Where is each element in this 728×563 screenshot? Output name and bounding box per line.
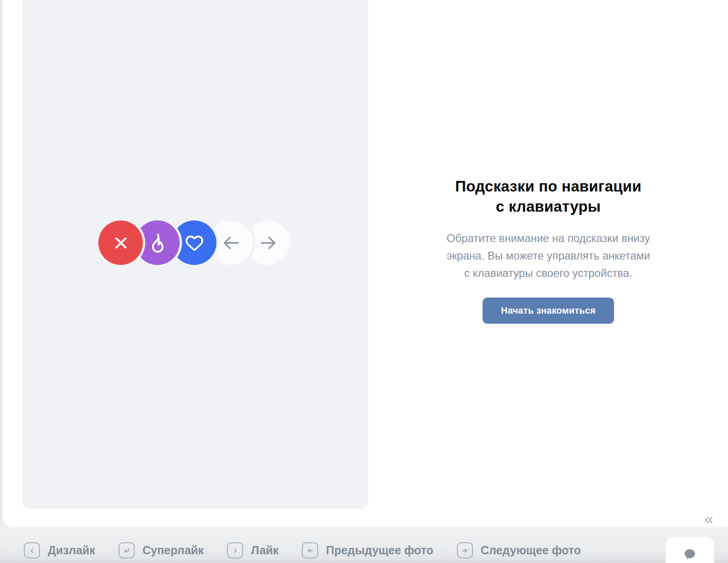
main-panel: Подсказки по навигации с клавиатуры Обра… bbox=[2, 0, 728, 527]
arrow-left-key-icon bbox=[302, 542, 318, 558]
arrow-right-icon bbox=[257, 232, 279, 253]
heart-icon bbox=[183, 232, 205, 254]
toolbar-row: Дизлайк Суперлайк Лайк bbox=[24, 542, 581, 558]
return-key-icon bbox=[119, 542, 135, 558]
start-dating-button[interactable]: Начать знакомиться bbox=[483, 298, 614, 324]
flame-icon bbox=[146, 231, 169, 254]
arrow-right-key-icon bbox=[457, 542, 473, 558]
hint-previous-photo: Предыдущее фото bbox=[302, 542, 433, 558]
chevron-right-key-icon bbox=[227, 542, 243, 558]
hint-label: Дизлайк bbox=[48, 544, 95, 557]
hint-label: Предыдущее фото bbox=[326, 544, 433, 557]
page-title: Подсказки по навигации с клавиатуры bbox=[368, 176, 728, 217]
x-icon bbox=[111, 233, 131, 253]
hint-next-photo: Следующее фото bbox=[457, 542, 581, 558]
arrow-left-icon bbox=[221, 232, 242, 253]
hints-description: Обратите внимание на подсказки внизу экр… bbox=[368, 230, 728, 282]
hint-superlike: Суперлайк bbox=[119, 542, 204, 558]
keyboard-hints-panel: Подсказки по навигации с клавиатуры Обра… bbox=[368, 176, 728, 324]
hint-like: Лайк bbox=[227, 542, 279, 558]
hint-label: Лайк bbox=[251, 544, 279, 557]
chevron-left-key-icon bbox=[24, 542, 40, 558]
chat-button[interactable] bbox=[665, 537, 714, 563]
hint-dislike: Дизлайк bbox=[24, 542, 95, 558]
profile-card bbox=[22, 0, 368, 509]
hint-label: Следующее фото bbox=[481, 544, 581, 557]
action-buttons-row bbox=[98, 220, 290, 265]
collapse-panel-icon[interactable]: « bbox=[705, 511, 713, 526]
dislike-button[interactable] bbox=[98, 220, 143, 265]
keyboard-hints-toolbar: Дизлайк Суперлайк Лайк bbox=[0, 527, 728, 563]
hint-label: Суперлайк bbox=[142, 544, 204, 557]
